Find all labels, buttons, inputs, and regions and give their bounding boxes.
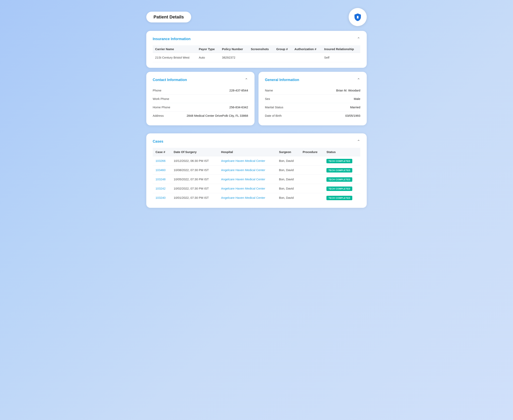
svg-rect-1: [357, 17, 359, 18]
insurance-collapse-icon[interactable]: ⌃: [357, 37, 360, 41]
contact-label: Home Phone: [153, 105, 170, 109]
case-surgeon: Bon, David: [276, 156, 300, 165]
case-date-of-surgery: 10/08/2022, 07:30 PM IST: [171, 165, 218, 175]
status-badge: TECH COMPLETED: [326, 187, 352, 191]
insurance-carrier-name: 21St Century Bristol West: [153, 53, 196, 62]
cases-card: Cases ⌃ Case # Date Of Surgery Hospital …: [146, 133, 367, 208]
general-card: General Information ⌃ Name Brian M. Wood…: [258, 72, 367, 125]
case-status: TECH COMPLETED: [324, 156, 360, 165]
col-carrier-name: Carrier Name: [153, 45, 196, 53]
case-status: TECH COMPLETED: [324, 184, 360, 193]
contact-info-row: Home Phone 256-834-6342: [153, 103, 248, 112]
contact-value: 256-834-6342: [229, 105, 248, 109]
contact-section-title: Contact Information: [153, 78, 187, 82]
hospital-link[interactable]: Angelcare Haven Medical Center: [221, 159, 265, 163]
contact-fields: Phone 228-437-8544 Work Phone Home Phone…: [153, 86, 248, 120]
case-status: TECH COMPLETED: [324, 193, 360, 202]
hospital-link[interactable]: Angelcare Haven Medical Center: [221, 168, 265, 172]
col-policy-number: Policy Number: [220, 45, 249, 53]
cases-collapse-icon[interactable]: ⌃: [357, 139, 360, 144]
insurance-table-header-row: Carrier Name Payor Type Policy Number Sc…: [153, 45, 360, 53]
insurance-table: Carrier Name Payor Type Policy Number Sc…: [153, 45, 360, 62]
col-payor-type: Payor Type: [196, 45, 220, 53]
case-number: 103460: [153, 165, 171, 175]
case-number: 103240: [153, 193, 171, 202]
general-info-row: Date of Birth 03/05/1993: [265, 112, 360, 120]
contact-collapse-icon[interactable]: ⌃: [245, 77, 248, 82]
contact-info-row: Phone 228-437-8544: [153, 86, 248, 95]
col-screenshots: Screenshots: [248, 45, 274, 53]
general-fields: Name Brian M. Woodard Sex Male Marital S…: [265, 86, 360, 120]
insurance-group-number: [274, 53, 292, 62]
case-hospital: Angelcare Haven Medical Center: [218, 184, 276, 193]
case-link[interactable]: 103266: [155, 159, 166, 163]
cases-table-row: 103240 10/01/2022, 07:30 PM IST Angelcar…: [153, 193, 360, 202]
general-info-row: Marital Status Married: [265, 103, 360, 112]
insurance-policy-number: 38292372: [220, 53, 249, 62]
cases-table-row: 103266 10/12/2022, 06:30 PM IST Angelcar…: [153, 156, 360, 165]
case-link[interactable]: 103460: [155, 168, 166, 172]
security-icon-circle: [349, 8, 367, 26]
cases-table-row: 103460 10/08/2022, 07:30 PM IST Angelcar…: [153, 165, 360, 175]
status-badge: TECH COMPLETED: [326, 177, 352, 182]
contact-card-header: Contact Information ⌃: [153, 77, 248, 82]
case-procedure: [300, 165, 324, 175]
col-authorization-number: Authorization #: [292, 45, 322, 53]
general-value: 03/05/1993: [345, 114, 360, 117]
cases-col-hospital: Hospital: [218, 148, 276, 156]
case-number: 103266: [153, 156, 171, 165]
case-procedure: [300, 184, 324, 193]
hospital-link[interactable]: Angelcare Haven Medical Center: [221, 196, 265, 199]
page-container: Patient Details Insurance Information ⌃ …: [146, 8, 367, 212]
cases-col-procedure: Procedure: [300, 148, 324, 156]
case-status: TECH COMPLETED: [324, 165, 360, 175]
col-insured-relationship: Insured Relationship: [322, 45, 360, 53]
insurance-card: Insurance Information ⌃ Carrier Name Pay…: [146, 31, 367, 68]
hospital-link[interactable]: Angelcare Haven Medical Center: [221, 187, 265, 190]
shield-lock-icon: [353, 13, 362, 22]
case-date-of-surgery: 10/01/2022, 07:30 PM IST: [171, 193, 218, 202]
page-title: Patient Details: [146, 12, 191, 22]
cases-card-header: Cases ⌃: [153, 139, 360, 144]
general-label: Marital Status: [265, 105, 283, 109]
case-date-of-surgery: 10/05/2022, 07:30 PM IST: [171, 175, 218, 184]
insurance-payor-type: Auto: [196, 53, 220, 62]
contact-info-row: Address 2848 Medical Center DrivePolk Ci…: [153, 112, 248, 120]
case-link[interactable]: 103248: [155, 178, 166, 181]
general-value: Male: [354, 97, 360, 100]
general-collapse-icon[interactable]: ⌃: [357, 77, 360, 82]
cases-table-row: 103242 10/02/2022, 07:30 PM IST Angelcar…: [153, 184, 360, 193]
case-surgeon: Bon, David: [276, 165, 300, 175]
case-surgeon: Bon, David: [276, 193, 300, 202]
cases-table-body: 103266 10/12/2022, 06:30 PM IST Angelcar…: [153, 156, 360, 202]
case-link[interactable]: 103240: [155, 196, 166, 199]
contact-value: 228-437-8544: [229, 89, 248, 92]
case-hospital: Angelcare Haven Medical Center: [218, 156, 276, 165]
insurance-insured-relationship: Self: [322, 53, 360, 62]
contact-label: Work Phone: [153, 97, 169, 100]
contact-label: Phone: [153, 89, 161, 92]
insurance-table-head: Carrier Name Payor Type Policy Number Sc…: [153, 45, 360, 53]
general-value: Married: [350, 105, 360, 109]
case-date-of-surgery: 10/02/2022, 07:30 PM IST: [171, 184, 218, 193]
case-hospital: Angelcare Haven Medical Center: [218, 175, 276, 184]
status-badge: TECH COMPLETED: [326, 168, 352, 172]
case-procedure: [300, 175, 324, 184]
general-label: Date of Birth: [265, 114, 282, 117]
cases-section-title: Cases: [153, 139, 163, 144]
contact-label: Address: [153, 114, 164, 117]
contact-card: Contact Information ⌃ Phone 228-437-8544…: [146, 72, 255, 125]
insurance-table-body: 21St Century Bristol West Auto 38292372 …: [153, 53, 360, 62]
case-number: 103242: [153, 184, 171, 193]
case-procedure: [300, 193, 324, 202]
insurance-screenshots: [248, 53, 274, 62]
hospital-link[interactable]: Angelcare Haven Medical Center: [221, 178, 265, 181]
cases-col-surgeon: Surgeon: [276, 148, 300, 156]
case-link[interactable]: 103242: [155, 187, 166, 190]
case-status: TECH COMPLETED: [324, 175, 360, 184]
general-info-row: Sex Male: [265, 95, 360, 103]
case-surgeon: Bon, David: [276, 175, 300, 184]
general-section-title: General Information: [265, 78, 299, 82]
general-info-row: Name Brian M. Woodard: [265, 86, 360, 95]
cases-table-head: Case # Date Of Surgery Hospital Surgeon …: [153, 148, 360, 156]
